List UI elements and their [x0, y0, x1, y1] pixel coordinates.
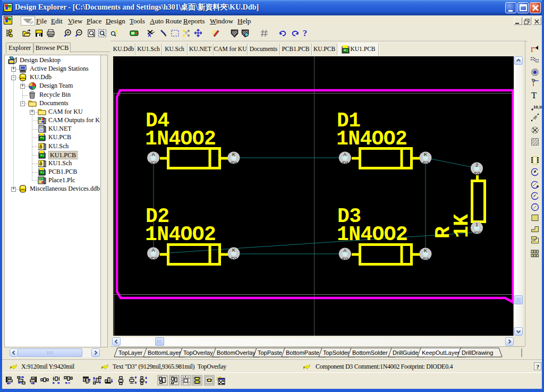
svg-text:/D2: /D2 [342, 257, 348, 261]
svg-text:/D4: /D4 [231, 160, 237, 165]
svg-text:BottomSolder: BottomSolder [352, 350, 388, 356]
svg-text:?: ? [303, 29, 307, 38]
svg-text:/D3: /D3 [422, 257, 429, 261]
svg-text:/D2: /D2 [231, 256, 237, 261]
svg-text:T: T [531, 90, 537, 100]
svg-text:K: K [232, 248, 235, 253]
svg-text:1: 1 [475, 222, 478, 227]
svg-text:VCC: VCC [472, 231, 481, 235]
svg-text:KeepOutLayer: KeepOutLayer [422, 350, 460, 356]
svg-text:TopOverlay: TopOverlay [183, 350, 213, 356]
svg-text:TopSolder: TopSolder [323, 350, 350, 356]
svg-text:/D3: /D3 [422, 160, 429, 165]
svg-text:DrillDrawing: DrillDrawing [462, 350, 493, 356]
svg-text:A: A [343, 152, 346, 157]
svg-text:1N4OO2: 1N4OO2 [145, 223, 216, 246]
svg-text:TopPaste: TopPaste [258, 350, 282, 356]
svg-text:TopLayer: TopLayer [118, 350, 143, 356]
svg-text:K: K [232, 152, 235, 157]
svg-text:/D3: /D3 [473, 171, 480, 176]
svg-text:A: A [152, 152, 155, 157]
svg-text:DrillGuide: DrillGuide [393, 350, 418, 356]
svg-text:A: A [343, 248, 346, 253]
svg-text:10,10: 10,10 [533, 105, 542, 109]
svg-text:1N4OO2: 1N4OO2 [145, 127, 216, 150]
svg-text:VCC: VCC [149, 256, 158, 261]
svg-text:BottomPaste: BottomPaste [286, 350, 319, 356]
svg-text:VCC: VCC [149, 160, 158, 165]
svg-text:/D4: /D4 [342, 160, 348, 165]
svg-text:BottomLayer: BottomLayer [148, 350, 181, 356]
svg-text:BottomOverlay: BottomOverlay [217, 350, 256, 356]
svg-text:K: K [424, 248, 427, 253]
svg-text:1N4OO2: 1N4OO2 [337, 223, 407, 246]
svg-text:K: K [424, 152, 427, 157]
svg-text:A: A [152, 248, 155, 253]
svg-text:1N4OO2: 1N4OO2 [336, 127, 407, 150]
svg-text:2: 2 [475, 163, 478, 168]
svg-text:1K: 1K [450, 214, 473, 238]
